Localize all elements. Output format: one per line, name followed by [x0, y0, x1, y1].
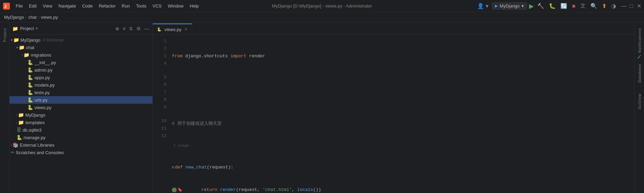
right-sidebar: ✓ Notifications Database SciView: [634, 23, 644, 193]
collapse-all-icon[interactable]: ≡: [122, 25, 126, 32]
code-hint-usage-1: 1 usage: [172, 143, 634, 149]
run-button[interactable]: ▶: [529, 2, 534, 10]
folder-icon: 📁: [13, 37, 19, 43]
translate-icon[interactable]: 文: [579, 2, 587, 10]
menu-help[interactable]: Help: [187, 2, 202, 10]
code-line-1: from django.shortcuts import render: [172, 53, 634, 60]
sidebar-tab-notifications[interactable]: Notifications: [637, 25, 642, 56]
menu-edit[interactable]: Edit: [26, 2, 39, 10]
tree-item-label: admin.py: [34, 68, 53, 73]
menu-view[interactable]: View: [40, 2, 55, 10]
tree-item-templates[interactable]: › 📁 templates: [10, 119, 152, 126]
breadcrumb-sep-2: ›: [38, 15, 39, 20]
tab-close-button[interactable]: ✕: [184, 27, 188, 32]
breadcrumb-bar: MyDjango › chat › views.py: [0, 12, 644, 23]
tree-item-migrations[interactable]: › 📁 migrations: [10, 51, 152, 59]
window-title: MyDjango [D:\MyDjango] - views.py - Admi…: [272, 3, 372, 9]
menu-file[interactable]: File: [13, 2, 26, 10]
tree-item-admin[interactable]: 🐍 admin.py: [10, 66, 152, 74]
panel-title: Project: [20, 26, 34, 31]
menu-refactor[interactable]: Refactor: [96, 2, 118, 10]
update-icon[interactable]: ⬆: [601, 2, 608, 10]
breadcrumb-sep-1: ›: [26, 15, 27, 20]
tree-item-label: MyDjango: [20, 38, 41, 43]
fold-marker-5: ⊟: [172, 164, 174, 171]
close-button[interactable]: ✕: [636, 4, 641, 9]
run-config-label: MyDjango: [500, 3, 520, 9]
folder-icon: 📁: [18, 112, 24, 118]
tree-item-chat[interactable]: ▾ 📁 chat: [10, 44, 152, 51]
minimize-button[interactable]: —: [621, 4, 626, 9]
build-button[interactable]: 🔨: [536, 2, 545, 10]
library-icon: 📚: [13, 142, 18, 148]
file-tree-panel: 📁 Project ▾ ⊕ ≡ ⇅ ⚙ — ▾ 📁 MyDjango D:\My…: [10, 23, 153, 193]
tree-item-label: db.sqlite3: [23, 128, 42, 133]
py-file-icon: 🐍: [27, 105, 33, 110]
menu-navigate[interactable]: Navigate: [56, 2, 78, 10]
breadcrumb-root[interactable]: MyDjango: [4, 15, 24, 20]
sidebar-tab-database[interactable]: Database: [637, 61, 642, 85]
search-everywhere-icon[interactable]: 🔍: [589, 2, 599, 10]
folder-icon: 📁: [24, 52, 29, 58]
run-config-dropdown[interactable]: ▾: [522, 3, 524, 9]
tree-item-manage[interactable]: 🐍 manage.py: [10, 134, 152, 141]
panel-dropdown-arrow[interactable]: ▾: [36, 26, 38, 31]
tree-item-urls[interactable]: 🐍 urls.py: [10, 96, 152, 104]
tree-item-label: tests.py: [34, 90, 50, 95]
tree-item-mydjango[interactable]: ▾ 📁 MyDjango D:\MyDjango: [10, 36, 152, 44]
tab-file-icon: 🐍: [157, 27, 162, 32]
user-icon[interactable]: 👤 ▾: [476, 2, 489, 10]
editor-tabs: 🐍 views.py ✕: [153, 23, 634, 35]
expand-arrow: ›: [22, 53, 23, 57]
menu-code[interactable]: Code: [79, 2, 96, 10]
close-panel-icon[interactable]: —: [144, 25, 150, 32]
panel-header-actions: ⊕ ≡ ⇅ ⚙ —: [115, 25, 150, 32]
maximize-button[interactable]: □: [629, 4, 634, 9]
coverage-button[interactable]: 🔄: [559, 2, 569, 10]
breadcrumb-chat[interactable]: chat: [28, 15, 37, 20]
settings-icon[interactable]: ⚙: [136, 25, 142, 32]
sidebar-tab-sciview[interactable]: SciView: [637, 91, 642, 112]
tree-item-models[interactable]: 🐍 models.py: [10, 81, 152, 89]
tree-item-views[interactable]: 🐍 views.py: [10, 104, 152, 111]
tree-item-init[interactable]: 🐍 __init__.py: [10, 59, 152, 66]
code-editor[interactable]: 1 2 3 4 5 6 7 8 9 10 11 12 from django.s…: [153, 35, 634, 193]
breakpoint-icon: [172, 188, 177, 192]
menu-tools[interactable]: Tools: [133, 2, 149, 10]
tree-item-mydjango-pkg[interactable]: › 📁 MyDjango: [10, 111, 152, 119]
file-tree: ▾ 📁 MyDjango D:\MyDjango ▾ 📁 chat › 📁 mi…: [10, 35, 152, 193]
tree-item-label: Scratches and Consoles: [16, 150, 64, 155]
title-bar: J File Edit View Navigate Code Refactor …: [0, 0, 644, 12]
plugin-icon[interactable]: ◑: [610, 2, 617, 10]
run-configuration[interactable]: ▶ MyDjango ▾: [492, 2, 527, 10]
tree-item-db[interactable]: 🗄 db.sqlite3: [10, 126, 152, 134]
menu-window[interactable]: Window: [165, 2, 186, 10]
editor-tab-views[interactable]: 🐍 views.py ✕: [153, 24, 192, 34]
expand-arrow: ▾: [11, 38, 13, 42]
tree-item-label: chat: [26, 45, 34, 50]
stop-button[interactable]: ■: [571, 2, 577, 10]
project-sidebar-label[interactable]: Project: [0, 23, 10, 193]
code-content[interactable]: from django.shortcuts import render # 用于…: [169, 35, 634, 193]
expand-all-icon[interactable]: ⇅: [128, 25, 134, 32]
tree-item-apps[interactable]: 🐍 apps.py: [10, 74, 152, 81]
tree-item-tests[interactable]: 🐍 tests.py: [10, 89, 152, 96]
tree-item-scratches[interactable]: ✏ Scratches and Consoles: [10, 149, 152, 156]
code-line-6: 🔖 return render(request, 'chat.html', lo…: [172, 186, 634, 193]
tree-item-label: views.py: [34, 105, 52, 110]
code-line-5: ⊟ def new_chat(request):: [172, 164, 634, 171]
tree-item-ext-libs[interactable]: › 📚 External Libraries: [10, 141, 152, 149]
root-path: D:\MyDjango: [43, 38, 64, 42]
menu-vcs[interactable]: VCS: [150, 2, 164, 10]
code-line-3: [172, 98, 634, 105]
folder-icon: 📁: [19, 45, 25, 50]
add-icon[interactable]: ⊕: [115, 25, 120, 32]
py-file-icon: 🐍: [27, 82, 33, 88]
code-line-2: [172, 75, 634, 83]
menu-run[interactable]: Run: [119, 2, 133, 10]
editor-area: 🐍 views.py ✕ 1 2 3 4 5 6 7 8 9 10 11: [153, 23, 634, 193]
breadcrumb-file[interactable]: views.py: [41, 15, 58, 20]
project-label-text[interactable]: Project: [2, 25, 8, 45]
py-file-icon: 🐍: [16, 135, 22, 140]
debug-button[interactable]: 🐛: [547, 2, 557, 10]
